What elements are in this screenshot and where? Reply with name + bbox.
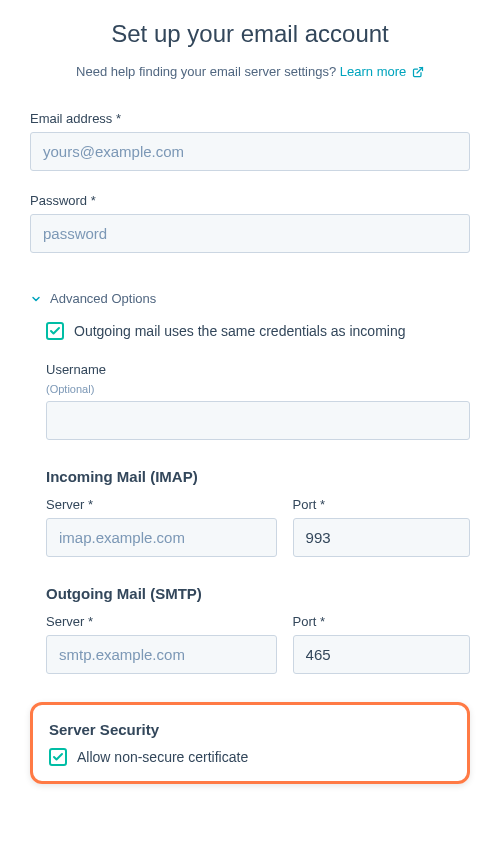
outgoing-server-label: Server *	[46, 614, 277, 629]
allow-nonsecure-row: Allow non-secure certificate	[49, 748, 451, 768]
same-credentials-checkbox[interactable]	[46, 322, 64, 340]
advanced-options-toggle[interactable]: Advanced Options	[30, 291, 470, 306]
same-credentials-row: Outgoing mail uses the same credentials …	[46, 322, 470, 342]
username-input[interactable]	[46, 401, 470, 440]
allow-nonsecure-label: Allow non-secure certificate	[77, 748, 248, 768]
learn-more-link[interactable]: Learn more	[340, 64, 424, 79]
outgoing-port-label: Port *	[293, 614, 470, 629]
incoming-server-label: Server *	[46, 497, 277, 512]
password-field-group: Password *	[30, 193, 470, 253]
incoming-server-group: Server *	[46, 497, 277, 557]
username-optional-label: (Optional)	[46, 383, 470, 395]
incoming-port-label: Port *	[293, 497, 470, 512]
chevron-down-icon	[30, 293, 42, 305]
email-field-group: Email address *	[30, 111, 470, 171]
username-label: Username	[46, 362, 470, 377]
outgoing-server-group: Server *	[46, 614, 277, 674]
learn-more-label: Learn more	[340, 64, 406, 79]
password-label: Password *	[30, 193, 470, 208]
incoming-port-group: Port *	[293, 497, 470, 557]
incoming-mail-title: Incoming Mail (IMAP)	[46, 468, 470, 485]
server-security-highlight: Server Security Allow non-secure certifi…	[30, 702, 470, 785]
outgoing-server-input[interactable]	[46, 635, 277, 674]
external-link-icon	[412, 66, 424, 81]
same-credentials-label: Outgoing mail uses the same credentials …	[74, 322, 406, 342]
subtitle-text: Need help finding your email server sett…	[76, 64, 340, 79]
svg-line-0	[417, 68, 423, 74]
page-subtitle: Need help finding your email server sett…	[30, 64, 470, 81]
outgoing-mail-row: Server * Port *	[46, 614, 470, 674]
password-input[interactable]	[30, 214, 470, 253]
incoming-port-input[interactable]	[293, 518, 470, 557]
incoming-server-input[interactable]	[46, 518, 277, 557]
email-label: Email address *	[30, 111, 470, 126]
allow-nonsecure-checkbox[interactable]	[49, 748, 67, 766]
server-security-title: Server Security	[49, 721, 451, 738]
outgoing-port-group: Port *	[293, 614, 470, 674]
page-title: Set up your email account	[30, 20, 470, 48]
outgoing-mail-title: Outgoing Mail (SMTP)	[46, 585, 470, 602]
outgoing-port-input[interactable]	[293, 635, 470, 674]
advanced-options-label: Advanced Options	[50, 291, 156, 306]
username-field-group: Username (Optional)	[46, 362, 470, 440]
incoming-mail-row: Server * Port *	[46, 497, 470, 557]
email-input[interactable]	[30, 132, 470, 171]
